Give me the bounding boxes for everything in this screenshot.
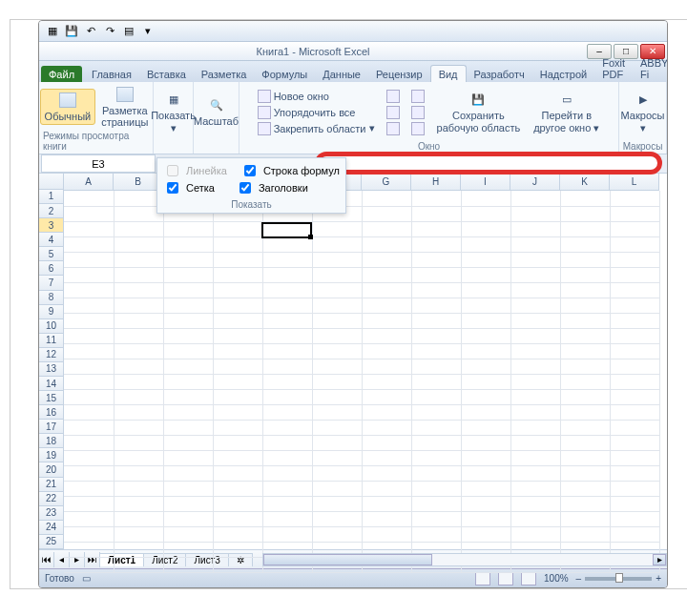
cell[interactable] [163, 511, 213, 526]
cell[interactable] [411, 526, 461, 542]
cell[interactable] [411, 282, 461, 298]
cell[interactable] [461, 236, 510, 252]
cell[interactable] [213, 252, 262, 267]
cell[interactable] [64, 435, 114, 450]
cell[interactable] [362, 389, 411, 404]
cell[interactable] [64, 374, 114, 389]
cell[interactable] [64, 221, 114, 236]
cell[interactable] [461, 420, 510, 435]
cell[interactable] [610, 236, 659, 252]
cell[interactable] [312, 313, 362, 328]
cell[interactable] [461, 496, 510, 511]
cell[interactable] [560, 343, 610, 359]
cell[interactable] [362, 221, 411, 236]
cell[interactable] [411, 389, 461, 404]
cell[interactable] [312, 221, 362, 236]
cell[interactable] [510, 267, 560, 282]
cell[interactable] [461, 511, 510, 526]
cell[interactable] [560, 511, 610, 526]
name-box[interactable]: E3 [41, 154, 156, 173]
cell[interactable] [610, 252, 659, 267]
cell[interactable] [510, 236, 560, 252]
cell[interactable] [411, 496, 461, 511]
cell[interactable] [560, 236, 610, 252]
cell[interactable] [213, 481, 262, 496]
cell[interactable] [560, 252, 610, 267]
cell[interactable] [64, 282, 114, 298]
cell[interactable] [312, 328, 362, 343]
cell[interactable] [560, 328, 610, 343]
cell[interactable] [114, 267, 163, 282]
tab-view[interactable]: Вид [430, 65, 467, 82]
cell[interactable] [114, 496, 163, 511]
row-header[interactable]: 13 [39, 362, 64, 377]
cell[interactable] [262, 374, 312, 389]
tab-home[interactable]: Главная [84, 66, 139, 82]
cell[interactable] [64, 465, 114, 481]
cell[interactable] [262, 282, 312, 298]
cell[interactable] [610, 404, 659, 420]
record-macro-icon[interactable]: ▭ [82, 573, 91, 584]
cell[interactable] [114, 542, 163, 557]
cell[interactable] [114, 359, 163, 374]
cell[interactable] [262, 267, 312, 282]
cell[interactable] [163, 496, 213, 511]
cell[interactable] [560, 465, 610, 481]
cell[interactable] [510, 206, 560, 221]
hscroll-thumb[interactable] [263, 554, 432, 565]
row-header[interactable]: 20 [39, 462, 64, 477]
cell[interactable] [213, 298, 262, 313]
cell[interactable] [510, 252, 560, 267]
sheet-nav-first[interactable]: ⏮ [39, 552, 54, 567]
cell[interactable] [163, 481, 213, 496]
cell[interactable] [64, 206, 114, 221]
cell[interactable] [262, 343, 312, 359]
cell[interactable] [64, 191, 114, 206]
row-header[interactable]: 22 [39, 492, 64, 506]
cell[interactable] [411, 435, 461, 450]
cell[interactable] [510, 328, 560, 343]
switch-window-button[interactable]: ▭ Перейти в другое окно ▾ [530, 89, 603, 134]
cell[interactable] [610, 267, 659, 282]
cell[interactable] [510, 404, 560, 420]
cell[interactable] [510, 481, 560, 496]
cell[interactable] [560, 496, 610, 511]
cell[interactable] [510, 389, 560, 404]
row-header[interactable]: 3 [39, 218, 64, 233]
split-button[interactable] [384, 89, 403, 104]
cell[interactable] [213, 343, 262, 359]
save-icon[interactable]: 💾 [64, 24, 79, 39]
qat-dropdown-icon[interactable]: ▾ [140, 24, 156, 39]
cell[interactable] [163, 465, 213, 481]
cell[interactable] [262, 496, 312, 511]
worksheet-grid[interactable]: 1234567891011121314151617181920212223242… [39, 174, 667, 549]
cell[interactable] [262, 236, 312, 252]
cell[interactable] [411, 252, 461, 267]
cell[interactable] [262, 511, 312, 526]
cell[interactable] [560, 374, 610, 389]
cell[interactable] [362, 435, 411, 450]
cell[interactable] [362, 374, 411, 389]
cell[interactable] [411, 359, 461, 374]
cell[interactable] [312, 343, 362, 359]
cell[interactable] [560, 191, 610, 206]
cell[interactable] [411, 450, 461, 465]
cell[interactable] [461, 435, 510, 450]
cell[interactable] [312, 496, 362, 511]
cell[interactable] [163, 542, 213, 557]
cell[interactable] [510, 435, 560, 450]
tab-formulas[interactable]: Формулы [254, 66, 315, 82]
cell[interactable] [510, 450, 560, 465]
cell[interactable] [610, 496, 659, 511]
cell[interactable] [610, 420, 659, 435]
cell[interactable] [312, 450, 362, 465]
cell[interactable] [114, 374, 163, 389]
cell[interactable] [163, 221, 213, 236]
view-page-layout-button[interactable]: Разметка страницы [97, 84, 152, 130]
cell[interactable] [262, 359, 312, 374]
cell[interactable] [64, 252, 114, 267]
cell[interactable] [262, 404, 312, 420]
cell[interactable] [312, 236, 362, 252]
cell[interactable] [610, 389, 659, 404]
cell[interactable] [560, 206, 610, 221]
